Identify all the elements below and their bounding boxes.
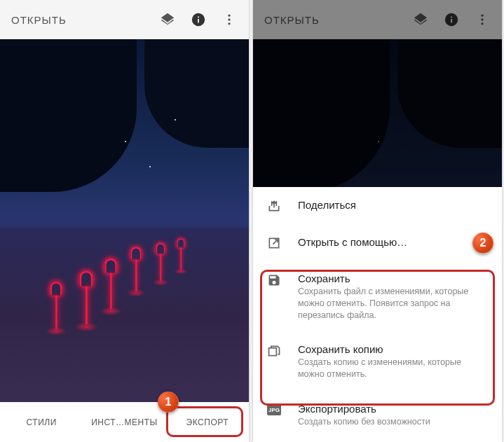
more-icon[interactable] xyxy=(221,11,238,28)
layers-icon[interactable] xyxy=(159,11,176,28)
screen-export-sheet: ОТКРЫТЬ Поделиться xyxy=(253,0,502,442)
sheet-title: Сохранить xyxy=(298,272,488,284)
sheet-export[interactable]: JPG Экспортировать Создать копию без воз… xyxy=(253,392,502,439)
open-button[interactable]: ОТКРЫТЬ xyxy=(11,14,159,26)
annotation-badge-2: 2 xyxy=(472,233,493,254)
svg-point-3 xyxy=(228,22,230,25)
sheet-open-with[interactable]: Открыть с помощью… xyxy=(253,224,502,261)
sheet-save-copy[interactable]: Сохранить копию Создать копию с изменени… xyxy=(253,332,502,392)
sheet-title: Сохранить копию xyxy=(298,343,488,355)
sheet-desc: Создать копию без возможности xyxy=(298,416,488,428)
tab-tools[interactable]: ИНСТ…МЕНТЫ xyxy=(83,405,165,440)
open-external-icon xyxy=(267,236,281,250)
sheet-share[interactable]: Поделиться xyxy=(253,187,502,224)
sheet-desc: Создать копию с изменениями, которые мож… xyxy=(298,357,488,380)
toolbar: ОТКРЫТЬ xyxy=(0,0,249,39)
svg-point-2 xyxy=(228,18,230,20)
sheet-save[interactable]: Сохранить Сохранить файл с изменениями, … xyxy=(253,261,502,333)
sheet-title: Поделиться xyxy=(298,199,488,211)
sheet-title: Экспортировать xyxy=(298,403,488,415)
export-sheet: Поделиться Открыть с помощью… Сохранить … xyxy=(253,187,502,442)
svg-rect-9 xyxy=(269,348,277,356)
save-copy-icon xyxy=(267,344,281,358)
screen-editor: ОТКРЫТЬ СТИЛИ ИНСТ…МЕНТЫ ЭКСПОРТ 1 xyxy=(0,0,249,442)
tab-styles[interactable]: СТИЛИ xyxy=(0,405,83,440)
annotation-badge-1: 1 xyxy=(158,392,179,413)
save-icon xyxy=(267,273,281,287)
image-preview[interactable] xyxy=(0,39,249,402)
svg-point-1 xyxy=(228,15,230,17)
jpg-icon: JPG xyxy=(267,404,281,415)
bottom-tabs: СТИЛИ ИНСТ…МЕНТЫ ЭКСПОРТ xyxy=(0,402,249,442)
info-icon[interactable] xyxy=(190,11,207,28)
sheet-desc: Сохранить файл с изменениями, которые мо… xyxy=(298,286,488,322)
share-icon xyxy=(267,199,281,213)
tab-export[interactable]: ЭКСПОРТ xyxy=(166,405,249,440)
sheet-title: Открыть с помощью… xyxy=(298,236,488,248)
